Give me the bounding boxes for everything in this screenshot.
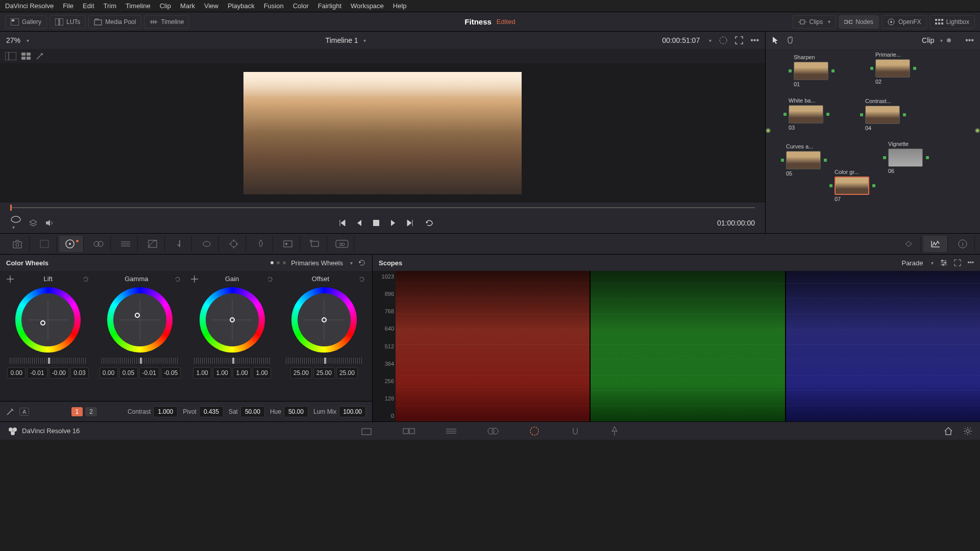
reset-icon[interactable] (174, 276, 181, 283)
page-color-icon[interactable] (529, 426, 540, 436)
tool-sizing[interactable] (303, 236, 327, 252)
wheels-mode[interactable]: Primaries Wheels (291, 259, 343, 267)
play-icon[interactable] (390, 219, 396, 227)
media-pool-button[interactable]: Media Pool (88, 15, 141, 29)
scopes-mode[interactable]: Parade (901, 259, 923, 267)
wand-icon[interactable] (36, 52, 44, 60)
more-icon[interactable]: ••• (965, 36, 974, 45)
lummix-value[interactable]: 100.00 (339, 406, 366, 417)
expand-icon[interactable] (954, 259, 961, 266)
hand-icon[interactable] (786, 36, 794, 44)
offset-wheel[interactable] (291, 287, 357, 353)
chevron-down-icon[interactable]: ▾ (363, 38, 366, 43)
offset-val-0[interactable]: 25.00 (290, 367, 312, 379)
node-primaries[interactable]: Primarie... 02 (875, 52, 916, 85)
tool-curves[interactable] (140, 236, 165, 252)
lift-jog[interactable] (10, 358, 86, 364)
reset-icon[interactable] (82, 276, 89, 283)
gamma-val-3[interactable]: -0.05 (161, 367, 181, 379)
chevron-down-icon[interactable]: ▾ (27, 38, 29, 43)
page-media-icon[interactable] (361, 427, 372, 436)
tool-color-match[interactable] (32, 236, 57, 252)
contrast-value[interactable]: 1.000 (153, 406, 178, 417)
lift-val-1[interactable]: -0.01 (27, 367, 47, 379)
gain-val-1[interactable]: 1.00 (213, 367, 231, 379)
timeline-name[interactable]: Timeline 1 (326, 36, 358, 44)
gain-val-3[interactable]: 1.00 (253, 367, 271, 379)
page-edit-icon[interactable] (446, 427, 457, 436)
menu-app[interactable]: DaVinci Resolve (5, 2, 54, 10)
page-2[interactable]: 2 (85, 407, 97, 416)
gain-val-2[interactable]: 1.00 (233, 367, 251, 379)
viewer-timecode[interactable]: 00:00:51:07 (662, 36, 700, 44)
hue-value[interactable]: 50.00 (284, 406, 308, 417)
tool-motion-effects[interactable] (113, 236, 138, 252)
gamma-val-1[interactable]: 0.05 (119, 367, 138, 379)
grid-view-icon[interactable] (21, 53, 31, 60)
chevron-down-icon[interactable]: ▾ (931, 260, 934, 266)
offset-val-1[interactable]: 25.00 (313, 367, 335, 379)
reset-icon[interactable] (358, 259, 366, 267)
page-deliver-icon[interactable] (610, 425, 619, 437)
pivot-value[interactable]: 0.435 (199, 406, 224, 417)
openfx-button[interactable]: OpenFX (881, 15, 927, 29)
menu-view[interactable]: View (204, 2, 218, 10)
chevron-down-icon[interactable]: ▾ (940, 38, 943, 43)
auto-icon[interactable] (6, 408, 14, 416)
node-white-balance[interactable]: White ba... 03 (789, 97, 829, 131)
picker-icon[interactable] (7, 276, 14, 283)
clips-button[interactable]: Clips▾ (793, 15, 837, 29)
menu-fusion[interactable]: Fusion (264, 2, 284, 10)
nodes-button[interactable]: Nodes (839, 15, 879, 29)
tool-window[interactable] (194, 236, 219, 252)
pointer-icon[interactable] (772, 36, 779, 44)
node-vignette[interactable]: Vignette 06 (888, 141, 929, 174)
menu-mark[interactable]: Mark (180, 2, 195, 10)
luts-button[interactable]: LUTs (50, 15, 86, 29)
offset-val-2[interactable]: 25.00 (336, 367, 358, 379)
chevron-down-icon[interactable]: ▾ (350, 260, 353, 266)
gain-jog[interactable] (194, 358, 271, 364)
more-icon[interactable]: ••• (967, 259, 974, 266)
menu-timeline[interactable]: Timeline (126, 2, 151, 10)
menu-color[interactable]: Color (293, 2, 309, 10)
tool-scopes[interactable] (923, 236, 948, 252)
menu-edit[interactable]: Edit (83, 2, 94, 10)
loop-icon[interactable]: ▾ (10, 215, 21, 231)
gamma-val-0[interactable]: 0.00 (100, 367, 118, 379)
menu-clip[interactable]: Clip (160, 2, 171, 10)
viewer-content[interactable] (0, 63, 765, 203)
offset-jog[interactable] (286, 358, 362, 364)
settings-icon[interactable] (940, 259, 948, 266)
reset-icon[interactable] (358, 276, 365, 283)
auto-a-icon[interactable]: A (19, 408, 29, 416)
tool-blur[interactable] (249, 236, 273, 252)
tool-keyframes[interactable] (896, 236, 921, 252)
tool-qualifier[interactable] (167, 236, 192, 252)
node-color-grade[interactable]: Color gr... 07 (835, 169, 875, 202)
bypass-icon[interactable] (719, 36, 728, 45)
tool-rgb-mixer[interactable] (86, 236, 111, 252)
next-clip-icon[interactable] (406, 219, 414, 227)
gain-val-0[interactable]: 1.00 (193, 367, 211, 379)
lightbox-button[interactable]: Lightbox (929, 15, 975, 29)
tool-info[interactable]: i (950, 236, 975, 252)
scrubber[interactable] (0, 203, 765, 213)
tool-camera-raw[interactable] (5, 236, 30, 252)
loop-play-icon[interactable] (425, 219, 434, 227)
gain-wheel[interactable] (200, 287, 265, 353)
menu-trim[interactable]: Trim (104, 2, 117, 10)
graph-input[interactable] (766, 128, 771, 133)
page-fusion-icon[interactable] (487, 426, 499, 436)
page-1[interactable]: 1 (71, 407, 83, 416)
step-back-icon[interactable] (356, 219, 362, 227)
gamma-jog[interactable] (102, 358, 178, 364)
node-sharpen[interactable]: Sharpen 01 (794, 54, 835, 87)
gallery-button[interactable]: Gallery (5, 15, 47, 29)
stop-icon[interactable] (373, 219, 380, 227)
tool-key[interactable] (276, 236, 300, 252)
menu-fairlight[interactable]: Fairlight (318, 2, 341, 10)
sat-value[interactable]: 50.00 (240, 406, 265, 417)
tool-tracker[interactable] (222, 236, 246, 252)
home-icon[interactable] (944, 427, 953, 436)
